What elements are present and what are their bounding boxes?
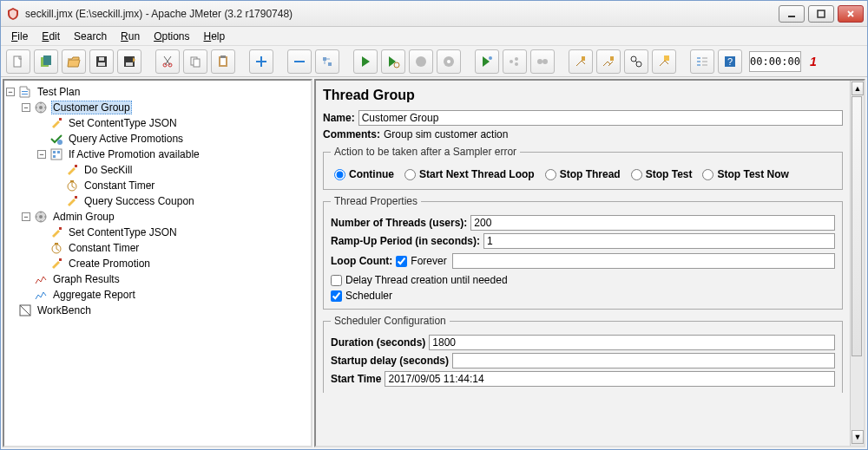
tree-node-customer-group[interactable]: −Customer Group [6, 100, 309, 115]
toggle-button[interactable] [315, 49, 339, 74]
menu-edit[interactable]: Edit [36, 29, 65, 44]
radio-stoptest-input[interactable] [631, 169, 642, 180]
rampup-input[interactable] [483, 233, 835, 249]
start-remote-all-button[interactable] [503, 49, 527, 74]
tree-node-do-seckill[interactable]: Do SecKill [6, 162, 309, 178]
tree-node-query-success-coupon[interactable]: Query Success Coupon [6, 193, 309, 209]
menu-file[interactable]: File [6, 29, 33, 44]
svg-point-21 [489, 56, 492, 60]
svg-rect-53 [75, 196, 77, 199]
save-button[interactable] [89, 49, 114, 74]
open-button[interactable] [62, 49, 86, 74]
vertical-scrollbar[interactable]: ▲ ▼ [850, 81, 864, 446]
tree-node-ag-constant-timer[interactable]: Constant Timer [6, 240, 309, 256]
expand-button[interactable] [249, 49, 273, 74]
tree-node-graph-results[interactable]: Graph Results [6, 271, 309, 287]
tree-node-query-active-promotions[interactable]: Query Active Promotions [6, 131, 309, 147]
copy-button[interactable] [183, 49, 207, 74]
titlebar: seckill.jmx (E:\seckill.jmx) - Apache JM… [1, 1, 867, 27]
svg-rect-9 [126, 62, 133, 66]
collapse-icon[interactable]: − [37, 150, 46, 159]
help-button[interactable]: ? [718, 49, 742, 74]
row-num-threads: Number of Threads (users): [331, 215, 835, 231]
radio-continue-input[interactable] [334, 169, 345, 180]
start-no-timers-button[interactable] [381, 49, 405, 74]
tree-node-create-promotion[interactable]: Create Promotion [6, 256, 309, 271]
search-button[interactable] [624, 49, 648, 74]
svg-rect-35 [702, 57, 707, 59]
svg-rect-37 [702, 64, 707, 66]
svg-rect-2 [14, 56, 21, 67]
radio-start-next-loop[interactable]: Start Next Thread Loop [404, 168, 535, 180]
radio-stopth-input[interactable] [545, 169, 556, 180]
svg-rect-59 [59, 258, 62, 261]
tree-label: Customer Group [51, 101, 132, 114]
paste-button[interactable] [211, 49, 235, 74]
radio-stopnow-input[interactable] [702, 169, 713, 180]
num-threads-input[interactable] [470, 215, 835, 231]
new-button[interactable] [6, 49, 30, 74]
sampler-icon [49, 132, 63, 146]
tree-node-workbench[interactable]: WorkBench [6, 303, 309, 318]
delay-thread-checkbox[interactable] [331, 275, 342, 286]
stop-remote-button[interactable] [530, 49, 555, 74]
tree-node-test-plan[interactable]: −Test Plan [6, 84, 309, 100]
radio-snl-input[interactable] [404, 169, 416, 180]
radio-stop-thread[interactable]: Stop Thread [545, 168, 621, 180]
function-helper-button[interactable] [690, 49, 714, 74]
maximize-button[interactable] [808, 5, 834, 23]
collapse-icon[interactable]: − [6, 88, 15, 96]
shutdown-button[interactable] [437, 49, 461, 74]
scheduler-checkbox[interactable] [331, 290, 342, 302]
scroll-thumb[interactable] [852, 96, 862, 356]
minimize-button[interactable] [779, 5, 805, 23]
scroll-up-icon[interactable]: ▲ [852, 82, 864, 95]
tree-label: WorkBench [36, 304, 93, 316]
start-time-label: Start Time [331, 373, 381, 385]
tree-node-set-contenttype-json[interactable]: Set ContentType JSON [6, 115, 309, 131]
stop-button[interactable] [409, 49, 433, 74]
start-remote-button[interactable] [475, 49, 499, 74]
loop-forever-checkbox[interactable] [396, 256, 407, 267]
collapse-icon[interactable]: − [22, 212, 30, 221]
tree-node-constant-timer[interactable]: Constant Timer [6, 178, 309, 193]
config-icon [49, 116, 63, 130]
name-input[interactable] [358, 110, 843, 126]
tree-node-ag-set-contenttype-json[interactable]: Set ContentType JSON [6, 225, 309, 240]
tree-label: Query Active Promotions [67, 133, 185, 145]
tree-node-admin-group[interactable]: −Admin Group [6, 209, 309, 225]
workbench-icon [18, 303, 32, 317]
sampler-error-options: Continue Start Next Thread Loop Stop Thr… [331, 163, 835, 186]
start-button[interactable] [353, 49, 378, 74]
collapse-button[interactable] [287, 49, 312, 74]
duration-input[interactable] [429, 335, 835, 350]
collapse-icon[interactable]: − [22, 103, 30, 112]
loop-count-input[interactable] [452, 253, 835, 269]
radio-continue[interactable]: Continue [334, 168, 394, 180]
reset-search-button[interactable] [652, 49, 676, 74]
radio-stop-test[interactable]: Stop Test [631, 168, 693, 180]
radio-stop-test-now[interactable]: Stop Test Now [702, 168, 788, 180]
menu-options[interactable]: Options [148, 29, 194, 44]
loop-forever[interactable]: Forever [396, 255, 446, 267]
menubar: File Edit Search Run Options Help [1, 27, 867, 46]
threadgroup-icon [34, 101, 48, 114]
menu-search[interactable]: Search [69, 29, 112, 44]
start-time-input[interactable] [385, 371, 835, 387]
detail-scroll[interactable]: Thread Group Name: Comments: Group sim c… [316, 81, 850, 446]
clear-all-button[interactable] [596, 49, 621, 74]
menu-run[interactable]: Run [115, 29, 145, 44]
tree-pane[interactable]: −Test Plan −Customer Group Set ContentTy… [3, 79, 312, 447]
menu-help[interactable]: Help [199, 29, 231, 44]
save-as-button[interactable] [117, 49, 141, 74]
templates-button[interactable] [34, 49, 58, 74]
clear-button[interactable] [569, 49, 593, 74]
tree-node-if-active-promotion[interactable]: −If Active Promotion available [6, 147, 309, 162]
tree-node-aggregate-report[interactable]: Aggregate Report [6, 287, 309, 303]
svg-point-18 [416, 56, 426, 67]
tree-label: Create Promotion [67, 258, 152, 270]
cut-button[interactable] [155, 49, 180, 74]
close-button[interactable] [838, 5, 864, 23]
startup-delay-input[interactable] [452, 353, 835, 368]
scroll-down-icon[interactable]: ▼ [852, 430, 864, 444]
